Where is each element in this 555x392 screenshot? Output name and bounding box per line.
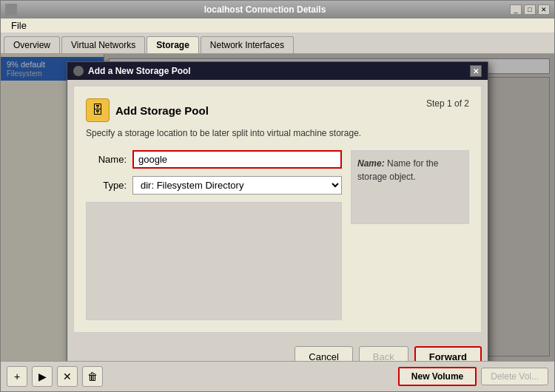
- step-label: Step 1 of 2: [426, 98, 469, 109]
- type-select-area: dir: Filesystem Directory fs: Pre-Format…: [132, 176, 342, 195]
- storage-pool-icon: 🗄: [86, 98, 110, 122]
- delete-pool-button[interactable]: 🗑: [82, 366, 103, 387]
- minimize-button[interactable]: _: [510, 4, 522, 15]
- outer-titlebar: localhost Connection Details _ □ ✕: [1, 1, 554, 18]
- add-pool-button[interactable]: +: [7, 366, 27, 387]
- start-pool-button[interactable]: ▶: [32, 366, 53, 387]
- info-panel: Name: Name for the storage object.: [351, 150, 469, 224]
- tabbar: Overview Virtual Networks Storage Networ…: [1, 33, 554, 54]
- outer-window: localhost Connection Details _ □ ✕ File …: [0, 0, 555, 392]
- bottom-toolbar: + ▶ ✕ 🗑 New Volume Delete Vol...: [1, 361, 554, 391]
- stop-pool-button[interactable]: ✕: [57, 366, 78, 387]
- modal-titlebar-left: Add a New Storage Pool: [73, 66, 191, 76]
- back-button[interactable]: Back: [359, 346, 408, 361]
- modal-overlay: Add a New Storage Pool ✕ 🗄 Add Storage P…: [1, 54, 554, 361]
- modal-footer: Cancel Back Forward: [67, 339, 488, 361]
- type-label: Type:: [86, 180, 127, 191]
- modal-content-grid: Name: Type: dir: Filesystem D: [86, 150, 469, 320]
- modal-header-left: 🗄 Add Storage Pool: [86, 98, 209, 122]
- type-row: Type: dir: Filesystem Directory fs: Pre-…: [86, 176, 342, 195]
- modal-body: 🗄 Add Storage Pool Step 1 of 2 Specify a…: [73, 86, 482, 333]
- close-button[interactable]: ✕: [538, 4, 550, 15]
- modal-right: Name: Name for the storage object.: [351, 150, 469, 320]
- menu-file[interactable]: File: [5, 18, 33, 33]
- menubar: File: [1, 18, 554, 33]
- modal-subtitle: Specify a storage location to be later s…: [86, 128, 469, 138]
- tab-storage[interactable]: Storage: [147, 36, 199, 53]
- window-icon: [5, 4, 17, 16]
- modal-close-button[interactable]: ✕: [470, 65, 482, 77]
- name-input-area: [132, 150, 342, 169]
- info-panel-bold: Name:: [357, 158, 385, 169]
- modal-header: 🗄 Add Storage Pool Step 1 of 2: [86, 98, 469, 122]
- tab-virtual-networks[interactable]: Virtual Networks: [61, 36, 145, 53]
- tab-overview[interactable]: Overview: [4, 36, 60, 53]
- add-storage-pool-modal: Add a New Storage Pool ✕ 🗄 Add Storage P…: [67, 61, 488, 361]
- cancel-button[interactable]: Cancel: [295, 346, 352, 361]
- type-select[interactable]: dir: Filesystem Directory fs: Pre-Format…: [132, 176, 342, 195]
- tab-network-interfaces[interactable]: Network Interfaces: [201, 36, 294, 53]
- modal-left: Name: Type: dir: Filesystem D: [86, 150, 342, 320]
- window-controls: _ □ ✕: [510, 4, 550, 15]
- name-input[interactable]: [132, 150, 342, 169]
- window-title: localhost Connection Details: [20, 4, 510, 15]
- name-row: Name:: [86, 150, 342, 169]
- empty-form-area: [86, 202, 342, 320]
- modal-heading: Add Storage Pool: [115, 104, 209, 117]
- new-volume-button[interactable]: New Volume: [398, 367, 477, 386]
- delete-volume-button[interactable]: Delete Vol...: [481, 368, 548, 385]
- name-label: Name:: [86, 154, 127, 165]
- modal-titlebar: Add a New Storage Pool ✕: [67, 62, 488, 80]
- forward-button[interactable]: Forward: [414, 346, 482, 361]
- modal-titlebar-icon: [73, 66, 84, 76]
- maximize-button[interactable]: □: [524, 4, 536, 15]
- modal-title: Add a New Storage Pool: [88, 66, 191, 76]
- main-content: 9% default Filesystem Add a New Storage …: [1, 54, 554, 361]
